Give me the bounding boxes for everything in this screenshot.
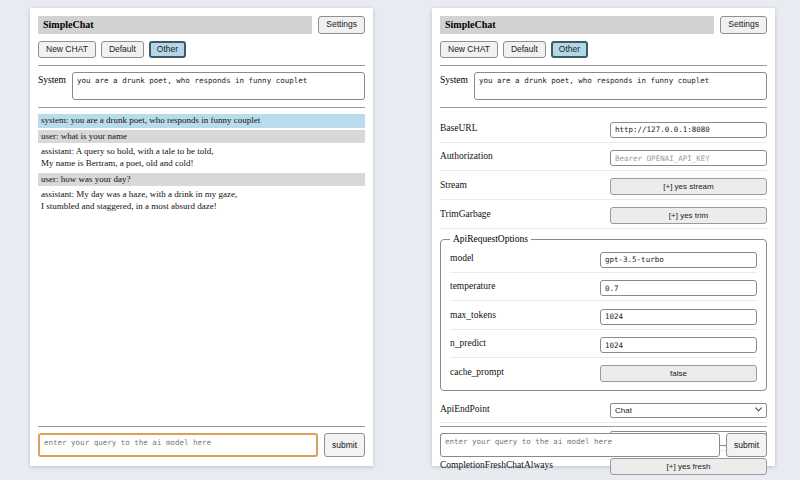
settings-button[interactable]: Settings [720, 16, 767, 33]
session-button-other[interactable]: Other [551, 41, 588, 58]
temperature-label: temperature [450, 281, 495, 291]
divider [440, 65, 767, 66]
model-input[interactable] [600, 252, 757, 268]
new-chat-button[interactable]: New CHAT [440, 41, 498, 58]
query-bar: submit [38, 426, 365, 457]
query-input[interactable] [440, 433, 720, 457]
setting-row-temperature: temperature [450, 273, 757, 302]
completion-fresh-label: CompletionFreshChatAlways [440, 460, 553, 470]
stream-label: Stream [440, 180, 467, 190]
settings-button[interactable]: Settings [318, 16, 365, 33]
chat-panel: SimpleChat Settings New CHAT Default Oth… [30, 8, 373, 466]
query-input[interactable] [38, 433, 318, 457]
setting-row-model: model [450, 244, 757, 273]
n-predict-input[interactable] [600, 337, 757, 353]
api-request-options-fieldset: ApiRequestOptions model temperature max_… [440, 234, 767, 391]
chat-message-list: system: you are a drunk poet, who respon… [38, 114, 365, 214]
settings-panel: SimpleChat Settings New CHAT Default Oth… [432, 8, 775, 466]
api-request-options-legend: ApiRequestOptions [450, 234, 531, 244]
system-prompt-row: System you are a drunk poet, who respond… [38, 72, 365, 100]
chat-message-user: user: what is your name [38, 130, 365, 144]
submit-button[interactable]: submit [726, 433, 767, 457]
system-prompt-input[interactable]: you are a drunk poet, who responds in fu… [72, 72, 365, 100]
setting-row-trimgarbage: TrimGarbage [+] yes trim [440, 200, 767, 229]
system-prompt-row: System you are a drunk poet, who respond… [440, 72, 767, 100]
max-tokens-label: max_tokens [450, 310, 496, 320]
divider [38, 426, 365, 427]
app-title: SimpleChat [38, 16, 312, 34]
chat-message-user: user: how was your day? [38, 173, 365, 187]
baseurl-label: BaseURL [440, 123, 477, 133]
model-label: model [450, 253, 474, 263]
session-button-default[interactable]: Default [503, 41, 546, 58]
header-row: SimpleChat Settings [38, 16, 365, 34]
completion-fresh-toggle-button[interactable]: [+] yes fresh [610, 458, 767, 475]
chat-message-assistant: assistant: My day was a haze, with a dri… [38, 188, 365, 213]
system-label: System [440, 72, 468, 85]
new-chat-button[interactable]: New CHAT [38, 41, 96, 58]
submit-button[interactable]: submit [324, 433, 365, 457]
chat-message-system: system: you are a drunk poet, who respon… [38, 114, 365, 128]
authorization-label: Authorization [440, 151, 493, 161]
api-endpoint-label: ApiEndPoint [440, 404, 490, 414]
setting-row-authorization: Authorization [440, 143, 767, 172]
n-predict-label: n_predict [450, 338, 486, 348]
setting-row-baseurl: BaseURL [440, 114, 767, 143]
query-bar: submit [440, 426, 767, 457]
api-endpoint-select[interactable]: Chat [610, 403, 767, 418]
baseurl-input[interactable] [610, 122, 767, 138]
authorization-input[interactable] [610, 150, 767, 166]
setting-row-api-endpoint: ApiEndPoint Chat [440, 395, 767, 423]
cache-prompt-label: cache_prompt [450, 367, 504, 377]
max-tokens-input[interactable] [600, 309, 757, 325]
divider [38, 107, 365, 108]
setting-row-n-predict: n_predict [450, 330, 757, 359]
setting-row-cache-prompt: cache_prompt false [450, 358, 757, 386]
stream-toggle-button[interactable]: [+] yes stream [610, 178, 767, 195]
chat-message-assistant: assistant: A query so bold, with a tale … [38, 145, 365, 170]
setting-row-stream: Stream [+] yes stream [440, 171, 767, 200]
app-title: SimpleChat [440, 16, 714, 34]
divider [440, 107, 767, 108]
setting-row-max-tokens: max_tokens [450, 301, 757, 330]
system-prompt-input[interactable]: you are a drunk poet, who responds in fu… [474, 72, 767, 100]
session-row: New CHAT Default Other [38, 41, 365, 58]
session-row: New CHAT Default Other [440, 41, 767, 58]
trimgarbage-toggle-button[interactable]: [+] yes trim [610, 207, 767, 224]
system-label: System [38, 72, 66, 85]
divider [38, 65, 365, 66]
session-button-default[interactable]: Default [101, 41, 144, 58]
header-row: SimpleChat Settings [440, 16, 767, 34]
divider [440, 426, 767, 427]
cache-prompt-toggle-button[interactable]: false [600, 365, 757, 382]
trimgarbage-label: TrimGarbage [440, 209, 491, 219]
session-button-other[interactable]: Other [149, 41, 186, 58]
temperature-input[interactable] [600, 280, 757, 296]
